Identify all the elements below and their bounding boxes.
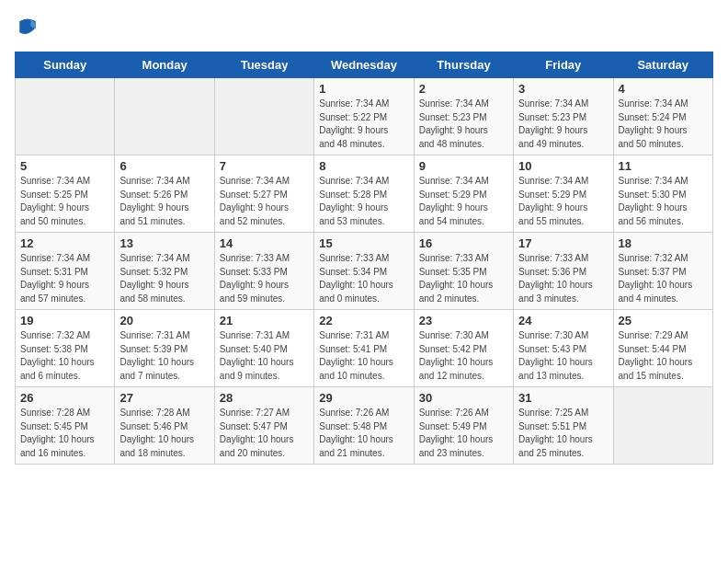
day-info: Sunrise: 7:30 AM Sunset: 5:42 PM Dayligh…	[419, 329, 508, 383]
day-info: Sunrise: 7:34 AM Sunset: 5:32 PM Dayligh…	[119, 252, 209, 305]
day-number: 20	[119, 314, 209, 327]
table-row: 23Sunrise: 7:30 AM Sunset: 5:42 PM Dayli…	[414, 310, 513, 387]
table-row: 16Sunrise: 7:33 AM Sunset: 5:35 PM Dayli…	[414, 233, 513, 310]
day-info: Sunrise: 7:30 AM Sunset: 5:43 PM Dayligh…	[518, 329, 608, 383]
day-info: Sunrise: 7:25 AM Sunset: 5:51 PM Dayligh…	[518, 407, 608, 460]
day-number: 2	[419, 82, 508, 96]
day-number: 26	[20, 391, 109, 405]
day-info: Sunrise: 7:34 AM Sunset: 5:23 PM Dayligh…	[419, 98, 508, 151]
table-row: 5Sunrise: 7:34 AM Sunset: 5:25 PM Daylig…	[16, 155, 115, 233]
day-info: Sunrise: 7:34 AM Sunset: 5:25 PM Dayligh…	[20, 175, 109, 228]
day-number: 6	[119, 159, 209, 173]
table-row: 7Sunrise: 7:34 AM Sunset: 5:27 PM Daylig…	[214, 155, 313, 233]
day-header: Wednesday	[314, 52, 414, 78]
day-info: Sunrise: 7:28 AM Sunset: 5:45 PM Dayligh…	[20, 407, 109, 460]
logo-icon	[15, 15, 40, 40]
table-row: 14Sunrise: 7:33 AM Sunset: 5:33 PM Dayli…	[214, 233, 313, 310]
table-row: 13Sunrise: 7:34 AM Sunset: 5:32 PM Dayli…	[115, 233, 214, 310]
day-info: Sunrise: 7:33 AM Sunset: 5:34 PM Dayligh…	[319, 252, 408, 305]
table-row: 19Sunrise: 7:32 AM Sunset: 5:38 PM Dayli…	[16, 310, 115, 387]
table-row: 22Sunrise: 7:31 AM Sunset: 5:41 PM Dayli…	[314, 310, 414, 387]
header-row: SundayMondayTuesdayWednesdayThursdayFrid…	[16, 52, 713, 78]
table-row: 6Sunrise: 7:34 AM Sunset: 5:26 PM Daylig…	[115, 155, 214, 233]
table-row: 25Sunrise: 7:29 AM Sunset: 5:44 PM Dayli…	[613, 310, 712, 387]
page-header	[15, 15, 713, 40]
day-number: 17	[518, 236, 608, 250]
day-info: Sunrise: 7:33 AM Sunset: 5:33 PM Dayligh…	[220, 252, 309, 305]
day-number: 18	[619, 236, 708, 250]
day-info: Sunrise: 7:34 AM Sunset: 5:31 PM Dayligh…	[20, 252, 109, 305]
table-row: 9Sunrise: 7:34 AM Sunset: 5:29 PM Daylig…	[414, 155, 513, 233]
table-row: 2Sunrise: 7:34 AM Sunset: 5:23 PM Daylig…	[414, 78, 513, 155]
table-row: 24Sunrise: 7:30 AM Sunset: 5:43 PM Dayli…	[514, 310, 613, 387]
calendar-week-row: 1Sunrise: 7:34 AM Sunset: 5:22 PM Daylig…	[16, 78, 713, 155]
day-header: Friday	[514, 52, 613, 78]
day-header: Sunday	[16, 52, 115, 78]
day-info: Sunrise: 7:34 AM Sunset: 5:26 PM Dayligh…	[119, 175, 209, 228]
day-info: Sunrise: 7:34 AM Sunset: 5:28 PM Dayligh…	[319, 175, 408, 228]
day-info: Sunrise: 7:34 AM Sunset: 5:29 PM Dayligh…	[419, 175, 508, 228]
day-number: 22	[319, 314, 408, 327]
day-info: Sunrise: 7:34 AM Sunset: 5:23 PM Dayligh…	[518, 98, 608, 151]
table-row: 3Sunrise: 7:34 AM Sunset: 5:23 PM Daylig…	[514, 78, 613, 155]
table-row: 28Sunrise: 7:27 AM Sunset: 5:47 PM Dayli…	[214, 387, 313, 465]
day-header: Thursday	[414, 52, 513, 78]
day-number: 29	[319, 391, 408, 405]
day-info: Sunrise: 7:31 AM Sunset: 5:39 PM Dayligh…	[119, 329, 209, 383]
day-number: 28	[220, 391, 309, 405]
table-row	[613, 387, 712, 465]
day-info: Sunrise: 7:34 AM Sunset: 5:22 PM Dayligh…	[319, 98, 408, 151]
calendar-week-row: 26Sunrise: 7:28 AM Sunset: 5:45 PM Dayli…	[16, 387, 713, 465]
day-info: Sunrise: 7:33 AM Sunset: 5:35 PM Dayligh…	[419, 252, 508, 305]
table-row: 1Sunrise: 7:34 AM Sunset: 5:22 PM Daylig…	[314, 78, 414, 155]
day-info: Sunrise: 7:26 AM Sunset: 5:48 PM Dayligh…	[319, 407, 408, 460]
day-number: 24	[518, 314, 608, 327]
day-number: 23	[419, 314, 508, 327]
table-row: 17Sunrise: 7:33 AM Sunset: 5:36 PM Dayli…	[514, 233, 613, 310]
calendar-week-row: 12Sunrise: 7:34 AM Sunset: 5:31 PM Dayli…	[16, 233, 713, 310]
day-info: Sunrise: 7:26 AM Sunset: 5:49 PM Dayligh…	[419, 407, 508, 460]
day-number: 16	[419, 236, 508, 250]
day-number: 19	[20, 314, 109, 327]
day-number: 21	[220, 314, 309, 327]
day-number: 30	[419, 391, 508, 405]
day-info: Sunrise: 7:32 AM Sunset: 5:38 PM Dayligh…	[20, 329, 109, 383]
table-row: 18Sunrise: 7:32 AM Sunset: 5:37 PM Dayli…	[613, 233, 712, 310]
table-row	[214, 78, 313, 155]
table-row: 10Sunrise: 7:34 AM Sunset: 5:29 PM Dayli…	[514, 155, 613, 233]
day-info: Sunrise: 7:34 AM Sunset: 5:27 PM Dayligh…	[220, 175, 309, 228]
day-number: 27	[119, 391, 209, 405]
day-header: Saturday	[613, 52, 712, 78]
calendar-week-row: 5Sunrise: 7:34 AM Sunset: 5:25 PM Daylig…	[16, 155, 713, 233]
calendar-week-row: 19Sunrise: 7:32 AM Sunset: 5:38 PM Dayli…	[16, 310, 713, 387]
day-info: Sunrise: 7:32 AM Sunset: 5:37 PM Dayligh…	[619, 252, 708, 305]
day-number: 10	[518, 159, 608, 173]
day-info: Sunrise: 7:27 AM Sunset: 5:47 PM Dayligh…	[220, 407, 309, 460]
day-info: Sunrise: 7:34 AM Sunset: 5:30 PM Dayligh…	[619, 175, 708, 228]
day-info: Sunrise: 7:31 AM Sunset: 5:41 PM Dayligh…	[319, 329, 408, 383]
day-header: Tuesday	[214, 52, 313, 78]
day-header: Monday	[115, 52, 214, 78]
day-number: 25	[619, 314, 708, 327]
day-number: 5	[20, 159, 109, 173]
table-row: 15Sunrise: 7:33 AM Sunset: 5:34 PM Dayli…	[314, 233, 414, 310]
table-row: 20Sunrise: 7:31 AM Sunset: 5:39 PM Dayli…	[115, 310, 214, 387]
table-row	[115, 78, 214, 155]
calendar-table: SundayMondayTuesdayWednesdayThursdayFrid…	[15, 52, 713, 465]
table-row: 26Sunrise: 7:28 AM Sunset: 5:45 PM Dayli…	[16, 387, 115, 465]
table-row: 12Sunrise: 7:34 AM Sunset: 5:31 PM Dayli…	[16, 233, 115, 310]
day-number: 13	[119, 236, 209, 250]
table-row	[16, 78, 115, 155]
day-number: 8	[319, 159, 408, 173]
day-number: 9	[419, 159, 508, 173]
day-number: 1	[319, 82, 408, 96]
day-info: Sunrise: 7:34 AM Sunset: 5:24 PM Dayligh…	[619, 98, 708, 151]
day-info: Sunrise: 7:31 AM Sunset: 5:40 PM Dayligh…	[220, 329, 309, 383]
day-info: Sunrise: 7:28 AM Sunset: 5:46 PM Dayligh…	[119, 407, 209, 460]
day-number: 3	[518, 82, 608, 96]
day-number: 14	[220, 236, 309, 250]
table-row: 11Sunrise: 7:34 AM Sunset: 5:30 PM Dayli…	[613, 155, 712, 233]
table-row: 31Sunrise: 7:25 AM Sunset: 5:51 PM Dayli…	[514, 387, 613, 465]
table-row: 29Sunrise: 7:26 AM Sunset: 5:48 PM Dayli…	[314, 387, 414, 465]
table-row: 27Sunrise: 7:28 AM Sunset: 5:46 PM Dayli…	[115, 387, 214, 465]
